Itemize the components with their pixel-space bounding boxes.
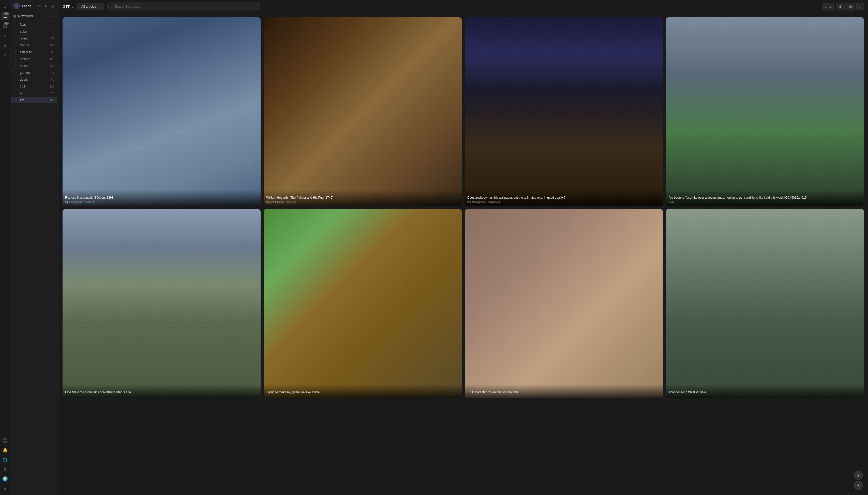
article-card-2[interactable]: William Hogarth - The Painter and His Pu… xyxy=(264,17,462,206)
page-title-group: art ⌄ xyxy=(63,3,74,10)
feed-item-label: deals xyxy=(20,78,50,81)
collapse-icon: « xyxy=(4,487,6,491)
feed-chevron-icon: › xyxy=(15,23,18,26)
article-card-4[interactable]: I've been to Yosemite over a dozen times… xyxy=(666,17,864,206)
search-rail-icon: ⌕ xyxy=(4,52,6,57)
feed-chevron-icon: › xyxy=(15,85,18,88)
article-card-7[interactable]: 1 bit character I'm on one for she and..… xyxy=(465,209,663,398)
article-card-5[interactable]: Late fall in the mountains of Northern U… xyxy=(63,209,261,398)
bell-icon: 🔔 xyxy=(2,448,7,453)
feed-item-label: news b xyxy=(20,64,48,68)
card-image-5 xyxy=(63,209,261,398)
feed-item-label: trends xyxy=(20,43,48,47)
check-icon: ✓ xyxy=(825,4,828,8)
title-chevron-icon[interactable]: ⌄ xyxy=(71,4,74,8)
feeds-badge: 972 xyxy=(4,12,8,15)
card-caption-1: Frances Macdonald, Ill Omen, 1893 top sc… xyxy=(63,190,261,206)
card-title-1: Frances Macdonald, Ill Omen, 1893 xyxy=(65,196,258,200)
mark-read-button[interactable]: ✓ ⌄ xyxy=(822,3,834,11)
card-caption-8: Abandoned in West Virginia... xyxy=(666,385,864,398)
add-rail-item[interactable]: + xyxy=(1,60,10,69)
article-grid: Frances Macdonald, Ill Omen, 1893 top sc… xyxy=(63,17,864,398)
article-card-8[interactable]: Abandoned in West Virginia... xyxy=(666,209,864,398)
card-title-7: 1 bit character I'm on one for she and..… xyxy=(467,390,660,394)
globe-rail-item[interactable]: 🌐 xyxy=(1,455,10,464)
search-rail-item[interactable]: ⌕ xyxy=(1,50,10,59)
settings-icon: ⚙ xyxy=(3,467,7,472)
card-caption-2: William Hogarth - The Painter and His Pu… xyxy=(264,190,462,206)
feed-chevron-icon: › xyxy=(15,57,18,60)
sidebar-item-fluff[interactable]: › fluff 100 xyxy=(11,83,57,89)
feed-item-label: subs xyxy=(20,30,54,33)
scroll-up-button[interactable]: ▲ xyxy=(854,471,863,480)
sidebar-item-news-b[interactable]: › news b 154 xyxy=(11,63,57,69)
card-title-5: Late fall in the mountains of Northern U… xyxy=(65,390,258,394)
sidebar-item-subs[interactable]: › subs xyxy=(11,28,57,35)
grid-icon: ⊞ xyxy=(849,4,852,8)
sidebar-header: F Feeds ⚙ ↻ ◎ xyxy=(10,0,58,12)
sort-button[interactable]: ≡ xyxy=(856,3,864,11)
app-title: Feeds xyxy=(22,4,35,8)
sidebar-item-blogs[interactable]: › blogs 63 xyxy=(11,35,57,41)
home-rail-item[interactable]: ⌂ xyxy=(1,2,10,11)
feed-chevron-icon: › xyxy=(15,37,18,40)
card-title-2: William Hogarth - The Painter and His Pu… xyxy=(266,196,459,200)
discover-rail-item[interactable]: ⊕ xyxy=(1,41,10,49)
card-caption-7: 1 bit character I'm on one for she and..… xyxy=(465,385,663,398)
sidebar-item-games[interactable]: › games 75 xyxy=(11,69,57,76)
article-card-3[interactable]: Does anybody has this wallpaper, but the… xyxy=(465,17,663,206)
feed-item-label: favs xyxy=(20,23,54,27)
sidebar-item-film-&-tv[interactable]: › film & tv 65 xyxy=(11,49,57,55)
icon-rail: ⌂ ☰ 972 ◫ 598 ☆ ⊕ ⌕ + 🎧 🔔 🌐 ⚙ 🌍 « xyxy=(0,0,10,495)
sidebar-header-icons: ⚙ ↻ ◎ xyxy=(37,3,55,8)
collapse-rail-item[interactable]: « xyxy=(1,484,10,493)
feed-chevron-icon: › xyxy=(15,78,18,81)
feed-item-label: news a xyxy=(20,57,48,61)
sidebar-item-news-a[interactable]: › news a 169 xyxy=(11,56,57,62)
sidebar-item-abc[interactable]: › abc 25 xyxy=(11,90,57,97)
newsfeed-badge: 972 xyxy=(49,14,55,18)
filter-button[interactable]: All articles ⌄ xyxy=(77,3,104,10)
starred-rail-item[interactable]: ☆ xyxy=(1,31,10,40)
dropdown-chevron-icon: ⌄ xyxy=(829,4,832,8)
newsfeed-item[interactable]: ▦ Newsfeed 972 xyxy=(10,12,58,20)
feed-item-label: abc xyxy=(20,91,50,95)
article-card-1[interactable]: Frances Macdonald, Ill Omen, 1893 top sc… xyxy=(63,17,261,206)
card-source-4: Porn xyxy=(669,201,862,204)
notifications-rail-item[interactable]: 🔔 xyxy=(1,446,10,454)
headphones-rail-item[interactable]: 🎧 xyxy=(1,436,10,445)
scroll-buttons: ▲ ▼ xyxy=(854,471,863,490)
sync-header-btn[interactable]: ↻ xyxy=(43,3,49,8)
feed-item-count: 75 xyxy=(51,71,54,74)
account-header-btn[interactable]: ◎ xyxy=(50,3,55,8)
feeds-rail-item[interactable]: ☰ 972 xyxy=(1,12,10,20)
refresh-button[interactable]: ↺ xyxy=(836,3,845,11)
article-card-6[interactable]: Trying to make my game feel like a littl… xyxy=(264,209,462,398)
card-caption-3: Does anybody has this wallpaper, but the… xyxy=(465,190,663,206)
feed-chevron-icon: › xyxy=(15,51,18,53)
stats-rail-item[interactable]: ◫ 598 xyxy=(1,21,10,30)
feed-item-count: 166 xyxy=(50,99,54,102)
sidebar-item-art[interactable]: › art 166 xyxy=(11,97,57,103)
feed-chevron-icon: › xyxy=(15,30,18,33)
card-source-3: top scoring links · wallpapers xyxy=(467,201,660,204)
sidebar-item-deals[interactable]: › deals 49 xyxy=(11,76,57,83)
feed-item-count: 154 xyxy=(50,64,54,67)
avatar-icon: 🌍 xyxy=(2,476,8,482)
sidebar-item-favs[interactable]: › favs xyxy=(11,21,57,28)
scroll-down-button[interactable]: ▼ xyxy=(854,481,863,490)
headphones-icon: 🎧 xyxy=(2,438,7,443)
search-bar[interactable]: ⌕ xyxy=(107,2,260,11)
sidebar-item-trends[interactable]: › trends 106 xyxy=(11,42,57,48)
feed-chevron-icon: › xyxy=(15,92,18,95)
card-image-2 xyxy=(264,17,462,206)
settings-header-btn[interactable]: ⚙ xyxy=(37,3,42,8)
settings-rail-item[interactable]: ⚙ xyxy=(1,465,10,474)
feed-chevron-icon: › xyxy=(15,99,18,102)
search-input[interactable] xyxy=(115,4,256,8)
grid-view-button[interactable]: ⊞ xyxy=(846,3,855,11)
sidebar-nav: › favs › subs › blogs 63 › trends 106 › … xyxy=(10,20,58,495)
avatar-rail-item[interactable]: 🌍 xyxy=(1,475,10,483)
feed-item-label: film & tv xyxy=(20,50,50,54)
card-caption-4: I've been to Yosemite over a dozen times… xyxy=(666,190,864,206)
